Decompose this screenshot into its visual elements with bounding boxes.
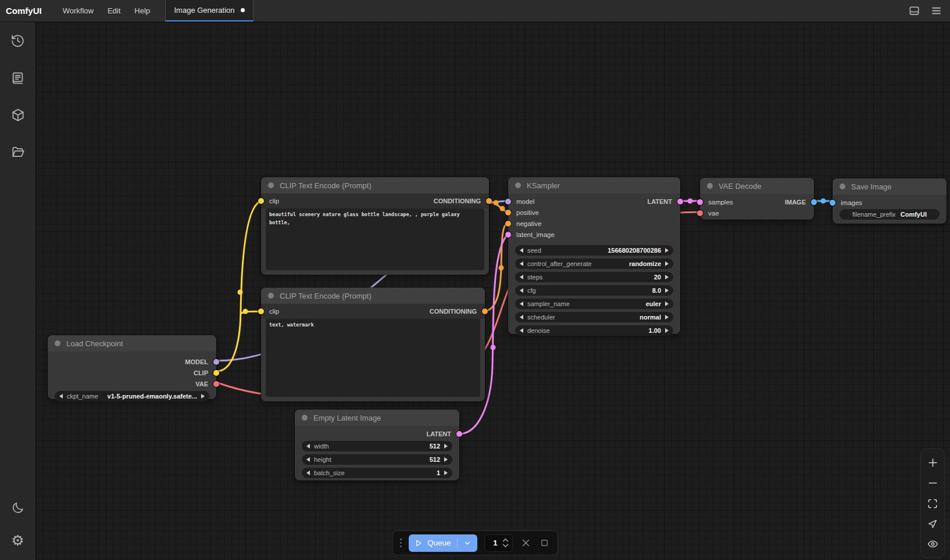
collapse-dot[interactable] xyxy=(840,184,845,189)
queue-button[interactable]: Queue xyxy=(409,534,477,552)
toolbar-drag-handle-icon[interactable] xyxy=(400,539,402,547)
theme-toggle-button[interactable] xyxy=(5,495,31,520)
decrement-arrow-icon[interactable] xyxy=(520,248,523,253)
chevron-down-icon[interactable] xyxy=(463,539,472,547)
sidebar-item-queue-log[interactable] xyxy=(5,65,31,91)
sidebar-item-history[interactable] xyxy=(5,28,31,53)
unsaved-indicator-dot[interactable] xyxy=(241,8,245,12)
link-midpoint-dot[interactable] xyxy=(491,345,496,350)
output-port-image[interactable] xyxy=(811,199,817,205)
hamburger-menu-button[interactable] xyxy=(929,4,943,18)
select-mode-button[interactable] xyxy=(922,514,943,534)
collapse-dot[interactable] xyxy=(55,340,60,346)
zoom-out-button[interactable] xyxy=(922,473,943,493)
increment-arrow-icon[interactable] xyxy=(444,471,448,475)
node-header[interactable]: CLIP Text Encode (Prompt) xyxy=(261,288,485,304)
prompt-textarea[interactable]: beautiful scenery nature glass bottle la… xyxy=(266,209,484,270)
node-header[interactable]: Save Image xyxy=(833,178,947,195)
decrement-arrow-icon[interactable] xyxy=(520,328,523,333)
decrement-arrow-icon[interactable] xyxy=(520,301,523,306)
tab-image-generation[interactable]: Image Generation xyxy=(165,0,253,21)
node-save-image[interactable]: Save Image images filename_prefix ComfyU… xyxy=(833,178,947,224)
decrement-arrow-icon[interactable] xyxy=(520,261,523,266)
node-header[interactable]: KSampler xyxy=(508,177,680,193)
decrement-arrow-icon[interactable] xyxy=(520,315,523,320)
decrement-arrow-icon[interactable] xyxy=(59,394,63,399)
node-ksampler[interactable]: KSampler model LATENT positive negative … xyxy=(508,177,680,334)
link-midpoint-dot[interactable] xyxy=(499,265,504,271)
bottom-panel-toggle-button[interactable] xyxy=(907,4,921,18)
widget-control-after-generate[interactable]: control_after_generaterandomize xyxy=(515,259,673,269)
link-midpoint-dot[interactable] xyxy=(494,200,499,206)
prompt-textarea[interactable]: text, watermark xyxy=(266,319,480,397)
link-midpoint-dot[interactable] xyxy=(500,206,505,211)
increment-arrow-icon[interactable] xyxy=(665,328,669,333)
output-port-conditioning[interactable] xyxy=(486,198,492,204)
widget-sampler-name[interactable]: sampler_nameeuler xyxy=(515,299,673,309)
increment-arrow-icon[interactable] xyxy=(665,275,669,279)
sidebar-item-node-library[interactable] xyxy=(5,102,31,128)
collapse-dot[interactable] xyxy=(515,182,521,188)
link-midpoint-dot[interactable] xyxy=(243,309,248,314)
input-port-positive[interactable] xyxy=(505,210,511,216)
widget-filename-prefix[interactable]: filename_prefix ComfyUI xyxy=(840,209,940,220)
decrement-arrow-icon[interactable] xyxy=(306,471,310,475)
zoom-in-button[interactable] xyxy=(922,453,943,473)
link-midpoint-dot[interactable] xyxy=(238,290,243,295)
increment-arrow-icon[interactable] xyxy=(665,288,669,293)
increment-arrow-icon[interactable] xyxy=(665,315,669,320)
fit-view-button[interactable] xyxy=(922,493,943,514)
widget-height[interactable]: height 512 xyxy=(302,454,452,465)
output-port-model[interactable] xyxy=(213,359,219,365)
input-port-vae[interactable] xyxy=(697,210,703,216)
widget-denoise[interactable]: denoise1.00 xyxy=(515,325,673,336)
widget-seed[interactable]: seed156680208700286 xyxy=(515,245,673,256)
input-port-samples[interactable] xyxy=(697,199,703,205)
node-header[interactable]: Load Checkpoint xyxy=(48,335,216,351)
widget-scheduler[interactable]: schedulernormal xyxy=(515,312,673,322)
increment-arrow-icon[interactable] xyxy=(444,444,448,448)
output-port-clip[interactable] xyxy=(213,370,219,376)
settings-button[interactable]: ⚙ xyxy=(5,527,31,553)
widget-steps[interactable]: steps20 xyxy=(515,272,673,282)
menu-help[interactable]: Help xyxy=(127,0,157,21)
increment-arrow-icon[interactable] xyxy=(201,394,205,399)
batch-count-spinner[interactable]: 1 xyxy=(484,534,513,552)
increment-arrow-icon[interactable] xyxy=(444,457,448,462)
node-clip-text-encode-negative[interactable]: CLIP Text Encode (Prompt) clip CONDITION… xyxy=(261,288,485,401)
spinner-down-icon[interactable] xyxy=(502,544,509,548)
input-port-clip[interactable] xyxy=(258,308,264,314)
input-port-images[interactable] xyxy=(830,200,835,206)
widget-batch-size[interactable]: batch_size 1 xyxy=(302,468,452,478)
node-clip-text-encode-positive[interactable]: CLIP Text Encode (Prompt) clip CONDITION… xyxy=(261,177,489,275)
collapse-dot[interactable] xyxy=(302,415,308,421)
link-midpoint-dot[interactable] xyxy=(688,199,693,204)
node-header[interactable]: VAE Decode xyxy=(700,178,814,194)
input-port-clip[interactable] xyxy=(258,198,264,204)
spinner-up-icon[interactable] xyxy=(502,538,509,542)
input-port-negative[interactable] xyxy=(505,221,511,227)
node-header[interactable]: CLIP Text Encode (Prompt) xyxy=(261,177,489,193)
increment-arrow-icon[interactable] xyxy=(665,248,669,253)
widget-ckpt-name[interactable]: ckpt_name v1-5-pruned-emaonly.safete... xyxy=(55,391,209,401)
input-port-model[interactable] xyxy=(505,199,511,204)
link-midpoint-dot[interactable] xyxy=(821,199,826,204)
node-load-checkpoint[interactable]: Load Checkpoint MODEL CLIP VAE ckpt_name… xyxy=(48,335,216,399)
increment-arrow-icon[interactable] xyxy=(665,301,669,306)
sidebar-item-workflows[interactable] xyxy=(5,139,31,165)
increment-arrow-icon[interactable] xyxy=(665,261,669,266)
output-port-conditioning[interactable] xyxy=(482,308,488,314)
graph-canvas[interactable]: Load Checkpoint MODEL CLIP VAE ckpt_name… xyxy=(36,22,950,560)
output-port-latent[interactable] xyxy=(677,199,683,204)
output-port-latent[interactable] xyxy=(456,431,462,437)
app-logo[interactable]: ComfyUI xyxy=(0,0,48,21)
decrement-arrow-icon[interactable] xyxy=(306,444,310,448)
output-port-vae[interactable] xyxy=(213,381,219,387)
widget-width[interactable]: width 512 xyxy=(302,441,452,451)
collapse-dot[interactable] xyxy=(268,293,274,299)
decrement-arrow-icon[interactable] xyxy=(306,457,310,462)
batch-count-value[interactable]: 1 xyxy=(488,539,502,547)
node-vae-decode[interactable]: VAE Decode samples IMAGE vae xyxy=(700,178,814,220)
decrement-arrow-icon[interactable] xyxy=(520,275,523,279)
node-empty-latent-image[interactable]: Empty Latent Image LATENT width 512 heig… xyxy=(295,410,459,480)
